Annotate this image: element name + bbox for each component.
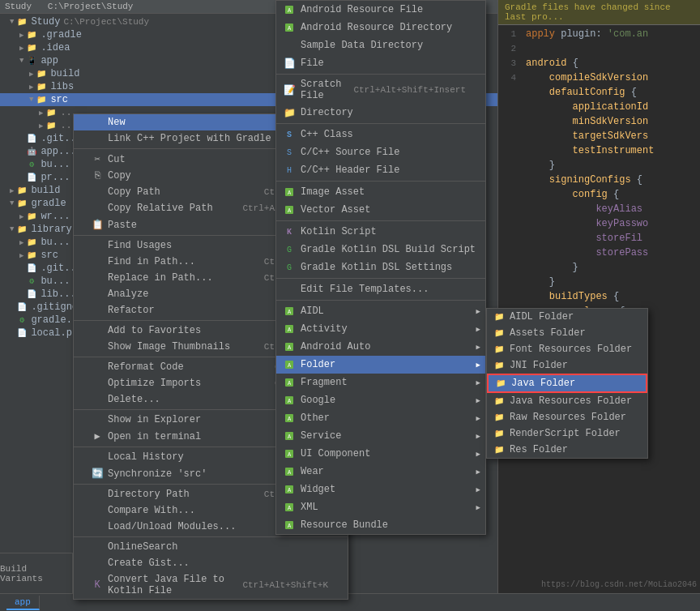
submenu-aidl[interactable]: A AIDL [276,302,485,320]
resource-bundle-icon: A [281,519,297,532]
submenu-scratch[interactable]: 📝 Scratch File Ctrl+Alt+Shift+Insert [276,76,485,104]
wear-icon: A [281,465,297,478]
line-number-9 [498,145,523,160]
line-number-15 [498,233,523,247]
sf-label-java-resources: Java Resources Folder [510,395,632,407]
other-icon: A [281,412,297,425]
submenu-label-service: Service [301,430,341,442]
sf-item-font[interactable]: 📁 Font Resources Folder [487,341,647,357]
submenu-new: A Android Resource File A Android Resour… [275,0,486,535]
folder-icon-lib-bu: 📁 [25,237,38,248]
submenu-label-xml: XML [301,502,318,513]
submenu-android-resource-dir[interactable]: A Android Resource Directory [276,19,485,36]
menu-label-gist: Create Gist... [108,558,190,569]
submenu-directory[interactable]: 📁 Directory [276,104,485,122]
submenu-edit-templates[interactable]: Edit File Templates... [276,280,485,298]
menu-item-gist[interactable]: Create Gist... [74,555,348,571]
sf-item-java[interactable]: 📁 Java Folder [487,374,647,393]
submenu-gradle-dsl-settings[interactable]: G Gradle Kotlin DSL Settings [276,258,485,276]
submenu-label-android-resource-file: Android Resource File [301,4,423,15]
sf-item-assets[interactable]: 📁 Assets Folder [487,325,647,341]
submenu-cpp-header[interactable]: H C/C++ Header File [276,161,485,179]
submenu-divider-4 [276,220,485,221]
code-text-19: buildTypes { [523,291,619,306]
submenu-google[interactable]: A Google [276,391,485,409]
sf-item-raw[interactable]: 📁 Raw Resources Folder [487,409,647,425]
convert-kotlin-shortcut: Ctrl+Alt+Shift+K [242,580,341,590]
gradle-dsl-settings-icon: G [281,261,297,274]
sf-assets-icon: 📁 [492,327,506,339]
file-icon-lib: 📄 [25,288,38,300]
folder-submenu-icon: A [281,358,297,371]
build-variants-panel[interactable]: Build Variants [0,553,73,593]
ui-component-icon: A [281,447,297,460]
menu-divider-8 [74,536,348,537]
submenu-label-kotlin-script: Kotlin Script [301,226,377,237]
menu-label-online-search: OnlineSearch [108,541,177,553]
submenu-resource-bundle[interactable]: A Resource Bundle [276,516,485,534]
submenu-label-google: Google [301,395,335,406]
sf-aidl-icon: 📁 [492,311,506,323]
sf-item-java-resources[interactable]: 📁 Java Resources Folder [487,393,647,409]
submenu-xml[interactable]: A XML [276,498,485,516]
sf-item-res[interactable]: 📁 Res Folder [487,442,647,458]
code-line-17: } [498,262,700,276]
submenu-label-gradle-dsl-settings: Gradle Kotlin DSL Settings [301,262,452,273]
submenu-folder-panel: 📁 AIDL Folder 📁 Assets Folder 📁 Font Res… [486,308,648,459]
sf-item-renderscript[interactable]: 📁 RenderScript Folder [487,425,647,442]
bottom-tab-app[interactable]: app [6,596,40,610]
submenu-android-auto[interactable]: A Android Auto [276,338,485,356]
line-number-16 [498,247,523,262]
code-text-13: keyAlias [523,203,642,218]
submenu-android-resource-file[interactable]: A Android Resource File [276,1,485,19]
submenu-label-android-auto: Android Auto [301,341,370,352]
gradle-banner: Gradle files have changed since last pro… [498,0,700,25]
submenu-other[interactable]: A Other [276,409,485,427]
sf-item-aidl[interactable]: 📁 AIDL Folder [487,309,647,325]
line-number-1: 1 [498,28,523,43]
submenu-kotlin-script[interactable]: K Kotlin Script [276,223,485,241]
code-text-8: targetSdkVers [523,130,648,145]
code-text-15: storeFil [523,233,642,247]
submenu-divider-3 [276,181,485,182]
menu-item-convert-kotlin[interactable]: K Convert Java File to Kotlin File Ctrl+… [74,571,348,599]
menu-label-copy-rel: Copy Relative Path [108,203,213,214]
submenu-file[interactable]: 📄 File [276,54,485,72]
submenu-divider-1 [276,74,485,75]
submenu-folder[interactable]: A Folder [276,356,485,374]
code-text-3: android { [523,58,578,72]
code-content: 1 apply plugin: 'com.an 2 3 android { 4 … [498,25,700,323]
sf-item-jni[interactable]: 📁 JNI Folder [487,357,647,374]
gradle-icon-lib: ⚙ [25,276,38,287]
submenu-cpp-source[interactable]: S C/C++ Source File [276,143,485,161]
folder-icon-gradle-root: 📁 [15,198,28,209]
submenu-service[interactable]: A Service [276,427,485,445]
submenu-activity[interactable]: A Activity [276,320,485,338]
code-line-13: keyAlias [498,203,700,218]
vector-asset-icon: A [281,203,297,216]
sf-label-renderscript: RenderScript Folder [510,428,621,439]
edit-templates-icon [281,283,297,296]
image-asset-icon: A [281,186,297,199]
sf-renderscript-icon: 📁 [492,428,506,439]
submenu-wear[interactable]: A Wear [276,463,485,481]
submenu-gradle-dsl-build[interactable]: G Gradle Kotlin DSL Build Script [276,241,485,258]
line-number-19 [498,291,523,306]
submenu-vector-asset[interactable]: A Vector Asset [276,201,485,219]
submenu-widget[interactable]: A Widget [276,481,485,498]
submenu-ui-component[interactable]: A UI Component [276,445,485,463]
terminal-icon: ▶ [90,430,105,442]
menu-item-online-search[interactable]: OnlineSearch [74,539,348,555]
folder-icon: 📁 [15,16,28,28]
submenu-sample-data[interactable]: Sample Data Directory [276,36,485,54]
line-number-11 [498,174,523,189]
code-text-18: } [523,276,555,291]
submenu-image-asset[interactable]: A Image Asset [276,183,485,201]
folder-icon-wrapper: 📁 [25,211,38,222]
submenu-label-folder: Folder [301,359,335,370]
submenu-fragment[interactable]: A Fragment [276,374,485,391]
code-line-3: 3 android { [498,58,700,72]
line-number-7 [498,116,523,130]
sf-label-jni: JNI Folder [510,360,568,371]
submenu-cpp-class[interactable]: S C++ Class [276,126,485,143]
